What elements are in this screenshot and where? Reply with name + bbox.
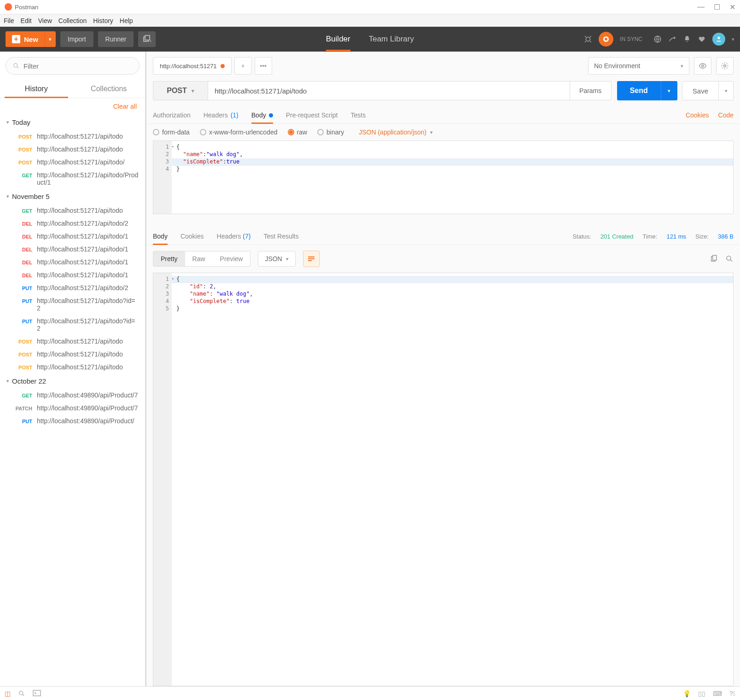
code-link[interactable]: Code bbox=[718, 111, 734, 119]
request-tab[interactable]: http://localhost:51271 bbox=[153, 57, 232, 75]
console-button[interactable] bbox=[33, 690, 41, 697]
history-item[interactable]: PUThttp://localhost:51271/api/todo?id=2 bbox=[0, 315, 145, 335]
capture-icon[interactable] bbox=[584, 35, 592, 43]
environment-settings-button[interactable] bbox=[716, 57, 734, 75]
new-button-dropdown[interactable]: ▾ bbox=[45, 31, 56, 47]
params-button[interactable]: Params bbox=[570, 81, 612, 100]
cookies-link[interactable]: Cookies bbox=[686, 111, 709, 119]
avatar[interactable] bbox=[712, 33, 725, 46]
request-tab-authorization[interactable]: Authorization bbox=[153, 107, 191, 123]
menu-item-collection[interactable]: Collection bbox=[58, 17, 87, 24]
body-type-x-www-form-urlencoded[interactable]: x-www-form-urlencoded bbox=[200, 128, 278, 136]
history-group-label: November 5 bbox=[12, 192, 50, 200]
help-button[interactable]: ?⃝ bbox=[729, 690, 735, 697]
history-item[interactable]: GEThttp://localhost:49890/api/Product/7 bbox=[0, 389, 145, 402]
history-item[interactable]: POSThttp://localhost:51271/api/todo bbox=[0, 348, 145, 361]
url-input[interactable] bbox=[208, 81, 570, 100]
format-preview-button[interactable]: Preview bbox=[213, 251, 251, 266]
menu-item-edit[interactable]: Edit bbox=[21, 17, 32, 24]
chevron-down-icon: ▾ bbox=[6, 119, 9, 125]
history-item[interactable]: DELhttp://localhost:51271/api/todo/2 bbox=[0, 217, 145, 230]
history-item[interactable]: DELhttp://localhost:51271/api/todo/1 bbox=[0, 230, 145, 243]
history-group-header[interactable]: ▾October 22 bbox=[0, 373, 145, 389]
new-button[interactable]: + New bbox=[6, 31, 45, 47]
filter-box[interactable] bbox=[6, 57, 140, 75]
history-item[interactable]: GEThttp://localhost:51271/api/todo/Produ… bbox=[0, 169, 145, 189]
menu-item-view[interactable]: View bbox=[38, 17, 52, 24]
body-type-form-data[interactable]: form-data bbox=[153, 128, 190, 136]
two-pane-button[interactable]: ▯▯ bbox=[698, 690, 705, 697]
history-group-header[interactable]: ▾Today bbox=[0, 115, 145, 130]
sidebar-tab-history[interactable]: History bbox=[0, 80, 73, 98]
top-tab-builder[interactable]: Builder bbox=[326, 27, 350, 51]
search-response-button[interactable] bbox=[725, 255, 734, 263]
save-dropdown[interactable]: ▾ bbox=[718, 82, 733, 100]
sidebar-toggle-button[interactable]: ◫ bbox=[5, 690, 11, 697]
history-item[interactable]: POSThttp://localhost:51271/api/todo bbox=[0, 361, 145, 373]
close-button[interactable]: ✕ bbox=[729, 3, 735, 12]
history-item[interactable]: PUThttp://localhost:51271/api/todo/2 bbox=[0, 281, 145, 294]
sidebar-tab-collections[interactable]: Collections bbox=[73, 80, 146, 98]
menu-item-file[interactable]: File bbox=[4, 17, 14, 24]
history-item[interactable]: POSThttp://localhost:51271/api/todo bbox=[0, 130, 145, 143]
history-item[interactable]: GEThttp://localhost:51271/api/todo bbox=[0, 204, 145, 217]
maximize-button[interactable]: ☐ bbox=[714, 3, 720, 12]
history-item[interactable]: POSThttp://localhost:51271/api/todo bbox=[0, 335, 145, 348]
runner-button[interactable]: Runner bbox=[98, 31, 134, 47]
history-item[interactable]: DELhttp://localhost:51271/api/todo/1 bbox=[0, 243, 145, 256]
history-item[interactable]: POSThttp://localhost:51271/api/todo bbox=[0, 143, 145, 156]
request-tab-pre-request-script[interactable]: Pre-request Script bbox=[286, 107, 338, 123]
history-item-method: POST bbox=[15, 133, 32, 140]
body-type-raw[interactable]: raw bbox=[288, 128, 308, 136]
keyboard-shortcuts-button[interactable]: ⌨ bbox=[713, 690, 722, 697]
new-window-button[interactable]: + bbox=[138, 31, 156, 47]
heart-icon[interactable] bbox=[698, 35, 706, 43]
response-body-editor[interactable]: 12345 { "id": 2, "name": "walk dog", "is… bbox=[153, 273, 734, 686]
tab-options-button[interactable]: ••• bbox=[255, 57, 272, 75]
find-button[interactable] bbox=[18, 690, 25, 697]
method-select[interactable]: POST ▾ bbox=[153, 81, 208, 100]
body-type-binary[interactable]: binary bbox=[317, 128, 344, 136]
environment-select[interactable]: No Environment ▾ bbox=[588, 57, 689, 75]
wrap-lines-button[interactable] bbox=[303, 251, 320, 267]
browse-icon[interactable] bbox=[653, 35, 662, 43]
response-tab-cookies[interactable]: Cookies bbox=[181, 228, 204, 245]
response-tab-test-results[interactable]: Test Results bbox=[263, 228, 298, 245]
request-tab-headers[interactable]: Headers (1) bbox=[204, 107, 239, 123]
sync-badge[interactable] bbox=[599, 32, 613, 47]
request-body-editor[interactable]: 1234 { "name":"walk dog", "isComplete":t… bbox=[153, 140, 734, 214]
minimize-button[interactable]: — bbox=[697, 3, 705, 12]
bootcamp-button[interactable]: 💡 bbox=[683, 690, 691, 697]
history-item[interactable]: PUThttp://localhost:49890/api/Product/ bbox=[0, 414, 145, 427]
format-raw-button[interactable]: Raw bbox=[185, 251, 213, 266]
menu-item-help[interactable]: Help bbox=[120, 17, 133, 24]
copy-response-button[interactable] bbox=[710, 255, 718, 263]
history-item[interactable]: DELhttp://localhost:51271/api/todo/1 bbox=[0, 268, 145, 281]
clear-all-button[interactable]: Clear all bbox=[0, 98, 145, 115]
content: http://localhost:51271 + ••• No Environm… bbox=[146, 52, 740, 686]
format-pretty-button[interactable]: Pretty bbox=[153, 251, 185, 266]
history-item[interactable]: POSThttp://localhost:51271/api/todo/ bbox=[0, 156, 145, 169]
filter-input[interactable] bbox=[23, 62, 133, 70]
history-item[interactable]: PUThttp://localhost:51271/api/todo?id=2 bbox=[0, 294, 145, 315]
import-button[interactable]: Import bbox=[60, 31, 93, 47]
history-group-header[interactable]: ▾November 5 bbox=[0, 189, 145, 204]
response-tab-body[interactable]: Body bbox=[153, 228, 168, 245]
save-button[interactable]: Save bbox=[682, 82, 718, 100]
request-tab-tests[interactable]: Tests bbox=[351, 107, 366, 123]
environment-quicklook-button[interactable] bbox=[694, 57, 711, 75]
send-dropdown[interactable]: ▾ bbox=[661, 81, 677, 100]
top-tab-team-library[interactable]: Team Library bbox=[369, 27, 414, 51]
history-item[interactable]: DELhttp://localhost:51271/api/todo/1 bbox=[0, 256, 145, 268]
notifications-icon[interactable] bbox=[683, 35, 691, 43]
settings-icon[interactable] bbox=[668, 35, 676, 43]
history-item[interactable]: PATCHhttp://localhost:49890/api/Product/… bbox=[0, 402, 145, 414]
menu-item-history[interactable]: History bbox=[93, 17, 113, 24]
new-tab-button[interactable]: + bbox=[234, 57, 252, 75]
response-lang-select[interactable]: JSON ▾ bbox=[258, 251, 295, 267]
response-tab-headers[interactable]: Headers (7) bbox=[217, 228, 251, 245]
send-button[interactable]: Send bbox=[617, 81, 661, 100]
request-tab-body[interactable]: Body bbox=[251, 107, 273, 123]
avatar-dropdown[interactable]: ▾ bbox=[732, 36, 734, 42]
content-type-select[interactable]: JSON (application/json)▾ bbox=[359, 128, 433, 136]
